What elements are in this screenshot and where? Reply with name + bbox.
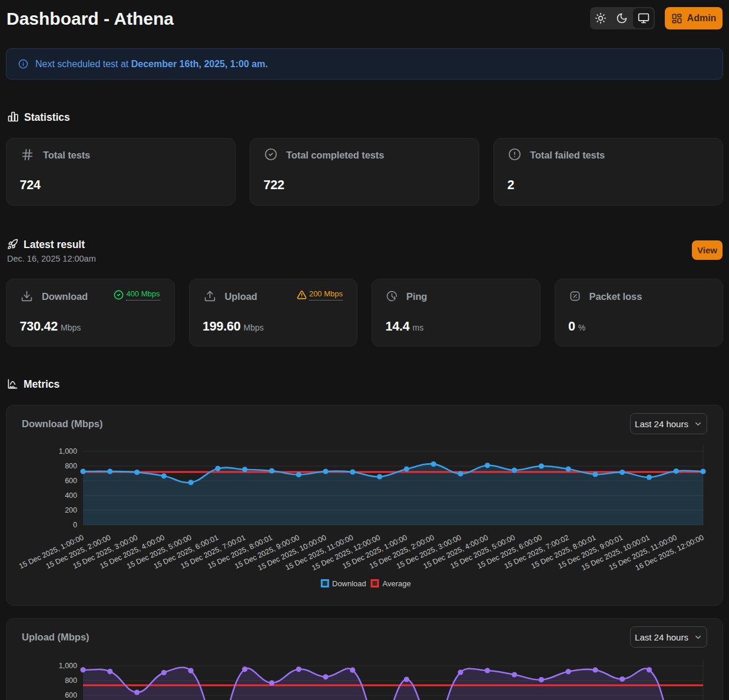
svg-text:0: 0 bbox=[73, 521, 77, 529]
svg-text:600: 600 bbox=[65, 691, 77, 699]
svg-text:400: 400 bbox=[65, 491, 77, 500]
svg-text:800: 800 bbox=[65, 676, 77, 685]
svg-text:Average: Average bbox=[383, 579, 411, 588]
svg-text:Download: Download bbox=[332, 579, 366, 588]
svg-text:600: 600 bbox=[65, 477, 77, 485]
svg-text:800: 800 bbox=[65, 462, 77, 470]
svg-text:1,000: 1,000 bbox=[59, 662, 77, 670]
svg-text:200: 200 bbox=[65, 506, 77, 514]
svg-text:1,000: 1,000 bbox=[59, 447, 77, 455]
